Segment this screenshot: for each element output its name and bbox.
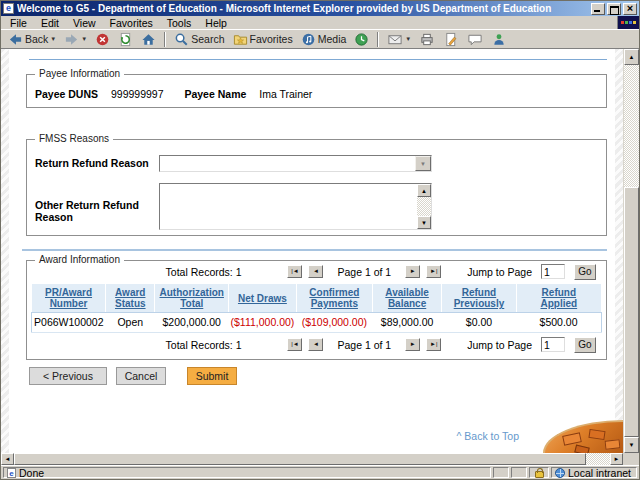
- mail-button[interactable]: ▼: [384, 31, 414, 48]
- restore-button[interactable]: [607, 3, 621, 15]
- refresh-button[interactable]: [115, 31, 136, 48]
- textarea-scrollbar[interactable]: ▲ ▼: [417, 184, 431, 229]
- jump-to-page-input[interactable]: [541, 264, 565, 279]
- menu-tools[interactable]: Tools: [160, 17, 199, 29]
- payee-name-label: Payee Name: [184, 88, 246, 100]
- mail-dropdown-icon[interactable]: ▼: [405, 36, 411, 42]
- back-to-top-link[interactable]: ^ Back to Top: [26, 430, 519, 442]
- jump-to-page-label: Jump to Page: [467, 339, 532, 351]
- web-page: Payee Information Payee DUNS 999999997 P…: [1, 49, 623, 453]
- back-dropdown-icon[interactable]: ▼: [50, 36, 56, 42]
- discuss-button[interactable]: [464, 31, 486, 48]
- status-text: Done: [19, 467, 44, 479]
- return-refund-reason-select[interactable]: ▼: [159, 155, 432, 172]
- forward-button[interactable]: ▼: [61, 31, 90, 48]
- print-button[interactable]: [416, 31, 438, 48]
- forward-arrow-icon: [64, 32, 79, 47]
- column-pr-award-number[interactable]: PR/AwardNumber: [32, 284, 106, 313]
- status-bar: e Done Local intranet: [1, 465, 639, 479]
- ie-window-icon: e: [3, 3, 14, 14]
- last-page-button[interactable]: ►|: [426, 265, 441, 278]
- previous-button[interactable]: < Previous: [29, 367, 107, 385]
- payee-duns-value: 999999997: [111, 88, 164, 100]
- column-authorization-total[interactable]: AuthorizationTotal: [155, 284, 229, 313]
- forward-dropdown-icon[interactable]: ▼: [81, 36, 87, 42]
- first-page-button[interactable]: |◄: [287, 338, 302, 351]
- horizontal-scrollbar[interactable]: ◄ ►: [1, 453, 639, 465]
- column-confirmed-payments[interactable]: ConfirmedPayments: [296, 284, 372, 313]
- submit-button[interactable]: Submit: [187, 367, 237, 385]
- title-bar: e Welcome to G5 - Department of Educatio…: [1, 1, 639, 16]
- edit-button[interactable]: [440, 31, 462, 48]
- action-buttons: < Previous Cancel Submit: [29, 367, 607, 385]
- vertical-scrollbar[interactable]: ▲ ▼: [623, 49, 639, 453]
- edit-pencil-icon: [443, 32, 459, 47]
- cell-award-status: Open: [106, 313, 155, 333]
- back-button[interactable]: Back ▼: [5, 31, 59, 48]
- vertical-scroll-thumb[interactable]: [624, 187, 639, 437]
- next-page-button[interactable]: ►: [405, 265, 420, 278]
- status-pane: [493, 467, 509, 478]
- scroll-down-icon[interactable]: ▼: [417, 216, 431, 229]
- menu-file[interactable]: File: [3, 17, 34, 29]
- media-icon: [301, 32, 316, 47]
- last-page-button[interactable]: ►|: [426, 338, 441, 351]
- fmss-reasons-section: FMSS Reasons Return Refund Reason ▼ Othe…: [26, 139, 607, 236]
- other-return-refund-reason-textarea[interactable]: [160, 184, 417, 229]
- cell-confirmed-payments: ($109,000.00): [296, 313, 372, 333]
- status-pane: [511, 467, 527, 478]
- payee-information-legend: Payee Information: [35, 68, 124, 79]
- scroll-left-icon[interactable]: ◄: [1, 453, 14, 465]
- next-page-button[interactable]: ►: [405, 338, 420, 351]
- intranet-zone-icon: [555, 468, 565, 478]
- award-table-header-row: PR/AwardNumber AwardStatus Authorization…: [32, 284, 602, 313]
- first-page-button[interactable]: |◄: [287, 265, 302, 278]
- browser-content: Payee Information Payee DUNS 999999997 P…: [1, 49, 639, 453]
- scroll-right-icon[interactable]: ►: [610, 453, 623, 465]
- column-available-balance[interactable]: AvailableBalance: [372, 284, 441, 313]
- previous-page-button[interactable]: ◄: [308, 338, 323, 351]
- close-button[interactable]: [623, 3, 637, 15]
- scroll-up-icon[interactable]: ▲: [624, 49, 639, 65]
- total-records: Total Records: 1: [166, 266, 242, 278]
- total-records: Total Records: 1: [166, 339, 242, 351]
- payee-information-section: Payee Information Payee DUNS 999999997 P…: [26, 74, 607, 108]
- horizontal-scroll-thumb[interactable]: [14, 453, 586, 465]
- combo-dropdown-icon[interactable]: ▼: [415, 156, 431, 171]
- column-net-draws[interactable]: Net Draws: [229, 284, 297, 313]
- return-refund-reason-label: Return Refund Reason: [35, 155, 159, 169]
- jump-to-page-input[interactable]: [541, 337, 565, 352]
- column-refund-previously[interactable]: RefundPreviously: [442, 284, 516, 313]
- scroll-down-icon[interactable]: ▼: [624, 437, 639, 453]
- favorites-folder-icon: [233, 32, 248, 47]
- go-button[interactable]: Go: [574, 264, 596, 280]
- media-button[interactable]: Media: [298, 31, 350, 48]
- stop-button[interactable]: [92, 31, 113, 48]
- back-arrow-icon: [8, 32, 23, 47]
- header-rule: [29, 59, 607, 60]
- menu-edit[interactable]: Edit: [34, 17, 66, 29]
- menu-favorites[interactable]: Favorites: [103, 17, 160, 29]
- go-button[interactable]: Go: [574, 337, 596, 353]
- history-button[interactable]: [351, 31, 372, 48]
- ie-document-icon: e: [7, 468, 16, 478]
- award-information-legend: Award Information: [35, 254, 124, 265]
- scroll-up-icon[interactable]: ▲: [417, 184, 431, 197]
- menu-help[interactable]: Help: [198, 17, 234, 29]
- search-icon: [174, 32, 189, 47]
- toolbar-separator: [164, 32, 166, 47]
- messenger-button[interactable]: [488, 31, 510, 48]
- search-button[interactable]: Search: [171, 31, 227, 48]
- previous-page-button[interactable]: ◄: [308, 265, 323, 278]
- column-refund-applied[interactable]: RefundApplied: [516, 284, 601, 313]
- mail-envelope-icon: [387, 32, 403, 47]
- menu-view[interactable]: View: [66, 17, 103, 29]
- page-indicator: Page 1 of 1: [337, 339, 391, 351]
- home-button[interactable]: [138, 31, 159, 48]
- minimize-button[interactable]: [591, 3, 605, 15]
- column-award-status[interactable]: AwardStatus: [106, 284, 155, 313]
- favorites-button[interactable]: Favorites: [230, 31, 296, 48]
- pagination-bottom: Total Records: 1 |◄ ◄ Page 1 of 1 ► ►| J…: [27, 334, 606, 355]
- return-refund-reason-value: [160, 156, 415, 171]
- cancel-button[interactable]: Cancel: [116, 367, 166, 385]
